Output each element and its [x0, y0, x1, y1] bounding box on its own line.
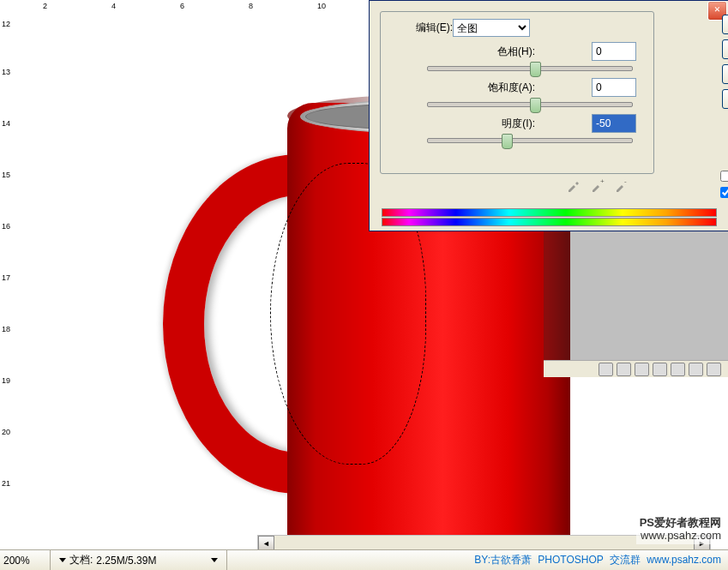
preview-checkbox[interactable]: 预览(P): [720, 185, 728, 200]
zoom-level[interactable]: 200%: [0, 550, 51, 570]
ok-button[interactable]: 确定: [722, 15, 728, 34]
fx-icon[interactable]: [617, 363, 631, 376]
saturation-input[interactable]: [592, 78, 636, 97]
ruler-tick-label: 6: [180, 2, 184, 10]
ruler-tick-label: 8: [249, 2, 253, 10]
credit-app: PHOTOSHOP: [538, 554, 603, 566]
credit-link[interactable]: www.psahz.com: [647, 554, 721, 566]
ruler-tick-label: 18: [2, 326, 10, 333]
svg-text:+: +: [600, 177, 605, 185]
saturation-label: 饱和度(A):: [466, 81, 535, 95]
folder-icon[interactable]: [671, 363, 685, 376]
credit-by: BY:古欲香萧: [474, 554, 532, 566]
eyedropper-tools: + -: [567, 177, 629, 193]
edit-select[interactable]: 全图: [453, 19, 530, 37]
cancel-button[interactable]: 取消: [722, 39, 728, 59]
panel-shadow: [544, 230, 728, 374]
watermark-title: PS爱好者教程网: [640, 516, 721, 530]
hue-label: 色相(H):: [466, 45, 535, 59]
status-bar: 200% 文档: 2.25M/5.39M BY:古欲香萧 PHOTOSHOP 交…: [0, 549, 728, 570]
svg-text:-: -: [624, 177, 627, 185]
ruler-tick-label: 20: [2, 429, 10, 436]
eyedropper-icon[interactable]: [567, 177, 581, 193]
scroll-track[interactable]: [274, 536, 694, 550]
eyedropper-plus-icon[interactable]: +: [591, 177, 605, 193]
lightness-input[interactable]: [592, 114, 636, 133]
ruler-tick-label: 2: [43, 2, 47, 10]
hue-slider[interactable]: [427, 66, 633, 71]
scroll-left-arrow-icon[interactable]: ◄: [258, 536, 274, 550]
edit-label: 编辑(E):: [393, 21, 453, 35]
ruler-vertical: 12 13 14 15 16 17 18 19 20 21: [0, 17, 18, 550]
ruler-tick-label: 14: [2, 120, 10, 128]
color-spectrum: [382, 208, 717, 224]
link-icon[interactable]: [599, 363, 613, 376]
hue-thumb[interactable]: [530, 62, 541, 77]
ruler-origin: [0, 0, 18, 18]
ruler-tick-label: 4: [111, 2, 116, 10]
lightness-slider[interactable]: [427, 138, 633, 143]
ruler-tick-label: 19: [2, 377, 10, 385]
ruler-tick-label: 12: [2, 21, 10, 28]
new-layer-icon[interactable]: [689, 363, 703, 376]
trash-icon[interactable]: [707, 363, 721, 376]
credit-group: 交流群: [610, 554, 641, 566]
colorize-checkbox[interactable]: 着色(O): [720, 169, 728, 183]
spectrum-bar-after: [382, 218, 717, 226]
lightness-thumb[interactable]: [502, 134, 513, 149]
watermark-url: www.psahz.com: [640, 529, 721, 543]
lightness-label: 明度(I):: [466, 117, 535, 131]
ruler-tick-label: 16: [2, 223, 10, 231]
triangle-icon: [59, 558, 66, 562]
watermark: PS爱好者教程网 www.psahz.com: [636, 514, 725, 544]
saturation-slider[interactable]: [427, 102, 633, 107]
load-button[interactable]: 载入(L)...: [722, 64, 728, 84]
ruler-tick-label: 21: [2, 480, 10, 488]
ruler-tick-label: 15: [2, 171, 10, 179]
save-button[interactable]: 存储(S)...: [722, 89, 728, 109]
doc-prefix: 文档:: [69, 553, 93, 567]
credit-text: BY:古欲香萧 PHOTOSHOP 交流群 www.psahz.com: [471, 553, 728, 567]
ruler-tick-label: 17: [2, 274, 10, 282]
triangle-icon[interactable]: [211, 558, 218, 562]
hue-input[interactable]: [592, 42, 636, 61]
mask-icon[interactable]: [635, 363, 649, 376]
layers-panel-footer: [544, 360, 728, 377]
document-info[interactable]: 文档: 2.25M/5.39M: [51, 550, 227, 570]
ruler-tick-label: 13: [2, 69, 10, 76]
spectrum-bar-before: [382, 208, 717, 217]
doc-size: 2.25M/5.39M: [96, 555, 156, 567]
dialog-group: 编辑(E): 全图 色相(H): 饱和度(A):: [380, 11, 654, 174]
saturation-thumb[interactable]: [530, 98, 541, 113]
hue-saturation-dialog: × 编辑(E): 全图 色相(H): 饱和度(A):: [369, 0, 728, 231]
adjustment-icon[interactable]: [653, 363, 667, 376]
eyedropper-minus-icon[interactable]: -: [615, 177, 629, 193]
ruler-tick-label: 10: [317, 2, 326, 10]
